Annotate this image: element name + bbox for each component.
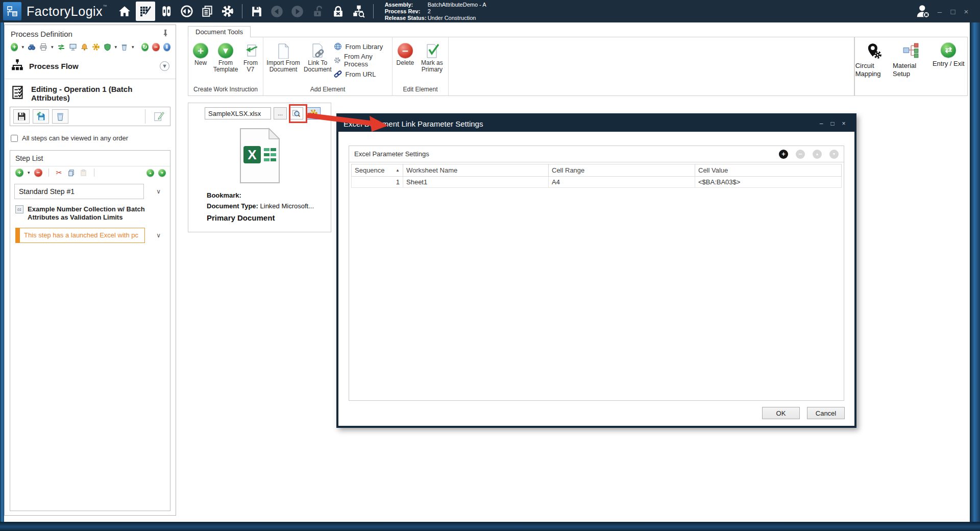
add-parameter-button[interactable]: +: [779, 150, 788, 159]
from-template-button[interactable]: ▼ From Template: [213, 40, 238, 73]
material-setup-icon: [902, 42, 920, 60]
circuit-mapping-icon: [865, 42, 883, 60]
alert-bell-icon[interactable]: [81, 43, 88, 51]
add-operation-icon[interactable]: +: [11, 43, 18, 51]
attributes-gear-icon[interactable]: [92, 43, 100, 51]
tab-document-tools[interactable]: Document Tools: [188, 26, 251, 37]
process-flow-header[interactable]: Process Flow ▼: [5, 54, 176, 78]
move-step-up-icon[interactable]: ▲: [146, 169, 154, 177]
new-document-button[interactable]: + New: [190, 40, 211, 66]
process-rev-value: 2: [428, 8, 431, 14]
copy-icon[interactable]: [67, 168, 76, 177]
print-icon[interactable]: [39, 43, 47, 51]
column-header-sequence[interactable]: Sequence▲: [352, 164, 403, 177]
delete-trash-icon[interactable]: [120, 43, 128, 51]
import-from-document-button[interactable]: Import From Document: [265, 40, 301, 73]
step-name-input[interactable]: [14, 184, 144, 199]
document-tools-ribbon: + New ▼ From Template From V7 Create Wor…: [188, 37, 854, 96]
material-setup-button[interactable]: Material Setup: [893, 42, 929, 95]
cut-icon[interactable]: ✂: [55, 168, 63, 177]
mark-as-primary-button[interactable]: Mark as Primary: [418, 40, 446, 73]
document-filename-input[interactable]: [205, 107, 271, 119]
any-order-checkbox[interactable]: [11, 135, 18, 142]
document-link-icon: [309, 42, 326, 59]
presentation-icon[interactable]: [69, 43, 77, 51]
step-warning-box[interactable]: This step has a launched Excel with pc: [15, 228, 145, 243]
process-editor-icon[interactable]: [136, 2, 155, 21]
from-library-button[interactable]: From Library: [334, 42, 390, 51]
paste-icon[interactable]: [80, 168, 88, 177]
move-step-down-icon[interactable]: ▼: [158, 169, 166, 177]
parameter-row[interactable]: 1 Sheet1 A4 <$BA:BA03$>: [352, 177, 842, 188]
remove-step-icon[interactable]: −: [34, 168, 42, 177]
move-parameter-up-button[interactable]: ▲: [813, 150, 822, 159]
svg-text:X: X: [248, 147, 257, 162]
delete-dropdown-caret[interactable]: ▾: [132, 44, 134, 50]
transfer-icon[interactable]: [57, 43, 65, 51]
collapse-icon[interactable]: ▼: [160, 61, 169, 71]
redo-icon[interactable]: [287, 1, 308, 21]
print-dropdown-caret[interactable]: ▾: [51, 44, 54, 50]
home-icon[interactable]: [114, 1, 135, 21]
shield-icon[interactable]: [104, 43, 111, 51]
column-header-cell-range[interactable]: Cell Range: [549, 164, 695, 177]
unlock-icon[interactable]: [308, 1, 328, 21]
reports-icon[interactable]: [197, 1, 217, 21]
remove-icon[interactable]: −: [152, 43, 159, 51]
from-url-button[interactable]: From URL: [334, 70, 390, 78]
refresh-icon[interactable]: ↻: [141, 43, 149, 51]
dialog-minimize-button[interactable]: –: [816, 120, 827, 127]
window-restore-button[interactable]: □: [946, 7, 960, 16]
save-as-template-button[interactable]: [33, 109, 49, 124]
ok-button[interactable]: OK: [762, 407, 800, 419]
dialog-restore-button[interactable]: □: [827, 120, 838, 127]
link-to-document-button[interactable]: Link To Document: [303, 40, 332, 73]
process-gear-icon: [334, 56, 341, 64]
window-minimize-button[interactable]: –: [933, 7, 946, 16]
from-any-process-button[interactable]: From Any Process: [334, 53, 390, 68]
trademark: ™: [103, 4, 107, 9]
edit-instructions-button[interactable]: [151, 109, 167, 124]
warning-expand-chevron[interactable]: ∨: [156, 232, 161, 239]
dialog-titlebar[interactable]: Excel Document Link Parameter Settings –…: [338, 115, 854, 132]
pin-icon[interactable]: [162, 29, 169, 39]
navigator-icon[interactable]: [177, 1, 197, 21]
user-logout-icon[interactable]: [913, 1, 933, 21]
save-operation-button[interactable]: [13, 109, 30, 124]
process-search-icon[interactable]: [349, 1, 369, 21]
cancel-button[interactable]: Cancel: [807, 407, 845, 419]
delete-element-button[interactable]: − Delete: [395, 40, 416, 66]
lock-discard-icon[interactable]: [328, 1, 349, 21]
browse-button[interactable]: ...: [274, 107, 287, 119]
primary-document-label: Primary Document: [207, 212, 331, 223]
undo-icon[interactable]: [267, 1, 287, 21]
step-name-row: ∨: [10, 180, 170, 202]
excel-file-thumbnail[interactable]: X: [188, 128, 331, 184]
from-v7-button[interactable]: From V7: [240, 40, 261, 73]
window-close-button[interactable]: ×: [960, 7, 973, 16]
column-header-worksheet[interactable]: Worksheet Name: [403, 164, 549, 177]
add-step-caret[interactable]: ▾: [28, 170, 30, 175]
add-step-icon[interactable]: +: [15, 168, 23, 177]
step-expand-chevron[interactable]: ∨: [156, 188, 161, 195]
entry-exit-button[interactable]: ⇄ Entry / Exit: [930, 42, 967, 95]
column-header-cell-value[interactable]: Cell Value: [695, 164, 842, 177]
pause-icon[interactable]: Ⅱ: [163, 43, 170, 51]
step-list-panel: Step List + ▾ − ✂ ▲ ▼ ∨: [10, 150, 170, 511]
doc-type-label: Document Type:: [207, 202, 258, 210]
remove-parameter-button[interactable]: −: [796, 150, 805, 159]
delete-operation-button[interactable]: [52, 109, 68, 124]
save-icon[interactable]: [247, 1, 267, 21]
move-parameter-down-button[interactable]: ▼: [829, 150, 839, 159]
materials-icon[interactable]: [156, 1, 177, 21]
excel-link-parameter-dialog: Excel Document Link Parameter Settings –…: [336, 113, 856, 428]
dialog-close-button[interactable]: ×: [838, 120, 849, 127]
shield-dropdown-caret[interactable]: ▾: [115, 44, 117, 50]
settings-gear-icon[interactable]: [217, 1, 238, 21]
circuit-mapping-button[interactable]: Circuit Mapping: [855, 42, 892, 95]
step-description-row[interactable]: 01 Example Number Collection w/ Batch At…: [10, 202, 170, 224]
group-label: Create Work Instruction: [190, 84, 261, 94]
add-dropdown-caret[interactable]: ▾: [21, 44, 24, 50]
step-number-icon: 01: [15, 205, 23, 213]
find-icon[interactable]: [28, 43, 36, 51]
